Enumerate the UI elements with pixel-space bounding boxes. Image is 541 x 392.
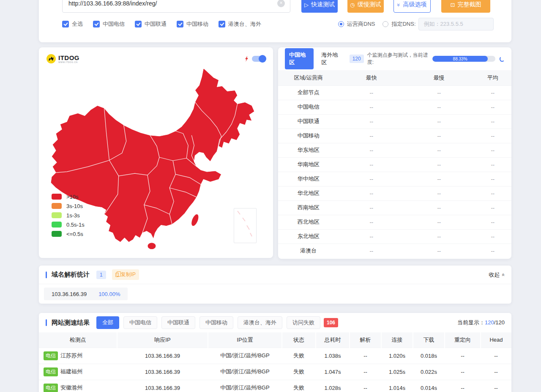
map-legend: >10s 3s-10s 1s-3s 0.5s-1s <=0.5s	[52, 194, 85, 240]
table-row: 东北地区------	[278, 229, 511, 244]
ip-location: 中国/浙江/温州/BGP	[208, 348, 282, 364]
region-fast: --	[339, 200, 404, 215]
chevron-double-down-icon: »	[396, 3, 402, 6]
taiwan-island	[190, 213, 200, 227]
table-row: 中国移动------	[278, 129, 511, 143]
col-head: Head	[481, 332, 511, 348]
region-name: 华北地区	[278, 186, 339, 200]
resolved-ip-chip[interactable]: 103.36.166.39 100.00%	[44, 288, 128, 300]
legend-label: <=0.5s	[66, 231, 83, 237]
region-fast: --	[339, 157, 404, 172]
region-stats-table: 区域/运营商 最快 最慢 平均 全部节点------ 中国电信------ 中国…	[278, 70, 511, 258]
tab-all[interactable]: 全部	[96, 316, 119, 329]
table-row: 西南地区------	[278, 200, 511, 215]
region-avg: --	[474, 200, 511, 215]
region-slow: --	[404, 229, 474, 244]
failed-count-badge: 106	[324, 318, 338, 327]
itdog-logo: ITDOG WWW.ITDOG.CN	[46, 54, 79, 63]
checkbox-china-mobile[interactable]: 中国移动	[177, 20, 208, 28]
legend-item: 3s-10s	[52, 203, 85, 209]
legend-label: 1s-3s	[66, 212, 80, 219]
legend-label: 0.5s-1s	[66, 222, 85, 228]
head-time: --	[481, 380, 511, 392]
copy-ip-button[interactable]: 复制IP	[112, 269, 139, 280]
legend-swatch-red	[52, 194, 62, 200]
quick-test-button[interactable]: ▷ 快速测试	[301, 0, 338, 13]
region-slow: --	[404, 172, 474, 186]
region-fast: --	[339, 186, 404, 200]
download-time: 0.018s	[413, 348, 445, 364]
url-input[interactable]: http://103.36.166.39:88/index/reg/ ×	[62, 0, 290, 13]
progress-bar-fill: 88.33%	[432, 56, 488, 62]
checkbox-hmt-overseas[interactable]: 港澳台、海外	[219, 20, 261, 28]
advanced-options-button[interactable]: » 高级选项	[393, 0, 431, 13]
region-name: 全部节点	[278, 85, 339, 100]
region-name: 中国联通	[278, 114, 339, 129]
checkbox-icon[interactable]	[135, 21, 142, 27]
region-stats-card: 中国地区 海外地区 120 个监测点参与测试，当前进度: 88.33% 区域/运…	[278, 47, 511, 259]
slow-test-button[interactable]: ◷ 缓慢测试	[347, 0, 384, 13]
col-region-isp: 区域/运营商	[278, 70, 339, 85]
collapse-button[interactable]: 收起 »	[489, 271, 505, 279]
tab-hmt-overseas[interactable]: 港澳台、海外	[238, 316, 282, 329]
carrier-dns-label[interactable]: 运营商DNS	[347, 20, 375, 28]
slow-test-label: 缓慢测试	[358, 1, 381, 8]
status: 失败	[282, 364, 316, 380]
checkbox-icon[interactable]	[219, 21, 225, 27]
tab-china-telecom[interactable]: 中国电信	[123, 316, 157, 329]
checkbox-icon[interactable]	[93, 21, 100, 27]
tab-overseas-region[interactable]: 海外地区	[321, 51, 342, 66]
legend-item: <=0.5s	[52, 231, 85, 237]
region-avg: --	[474, 85, 511, 100]
china-map-card: ITDOG WWW.ITDOG.CN	[39, 47, 273, 258]
table-row: 西北地区------	[278, 215, 511, 229]
region-slow: --	[404, 157, 474, 172]
checkbox-china-unicom[interactable]: 中国联通	[135, 20, 167, 28]
table-row: 电信安徽滁州 103.36.166.39 中国/浙江/温州/BGP 失败 1.0…	[39, 380, 511, 392]
col-download: 下载	[413, 332, 445, 348]
region-slow: --	[404, 114, 474, 129]
radio-custom-dns[interactable]	[383, 21, 388, 27]
full-screenshot-button[interactable]: ⊡ 完整截图	[441, 0, 490, 13]
custom-dns-label[interactable]: 指定DNS:	[391, 20, 415, 28]
redirect-time: --	[445, 348, 481, 364]
col-ip-location: IP位置	[208, 332, 282, 348]
redirect-time: --	[445, 380, 481, 392]
node-count-badge: 120	[350, 55, 364, 63]
checkbox-label: 中国电信	[103, 20, 125, 28]
region-avg: --	[474, 157, 511, 172]
probe-location: 江苏苏州	[60, 352, 82, 359]
col-status: 状态	[282, 332, 316, 348]
tab-china-region[interactable]: 中国地区	[285, 48, 314, 69]
region-fast: --	[339, 215, 404, 229]
tab-china-mobile[interactable]: 中国移动	[199, 316, 233, 329]
isp-tag: 电信	[44, 351, 58, 360]
tab-china-unicom[interactable]: 中国联通	[161, 316, 195, 329]
checkbox-china-telecom[interactable]: 中国电信	[93, 20, 125, 28]
checkbox-icon[interactable]	[62, 21, 69, 27]
table-row: 电信江苏苏州 103.36.166.39 中国/浙江/温州/BGP 失败 1.0…	[39, 348, 511, 364]
radio-carrier-dns[interactable]	[338, 21, 344, 27]
url-input-value[interactable]: http://103.36.166.39:88/index/reg/	[63, 0, 290, 12]
region-name: 港澳台	[278, 244, 339, 258]
legend-item: >10s	[52, 194, 85, 200]
hainan-island	[148, 243, 156, 249]
isp-tag: 电信	[44, 384, 58, 392]
region-avg: --	[474, 229, 511, 244]
checkbox-icon[interactable]	[177, 21, 183, 27]
connect-time: 1.014s	[381, 380, 413, 392]
region-stats-header: 中国地区 海外地区 120 个监测点参与测试，当前进度: 88.33%	[278, 47, 511, 70]
table-row: 华中地区------	[278, 172, 511, 186]
quick-test-label: 快速测试	[311, 1, 335, 8]
col-probe: 检测点	[39, 332, 117, 348]
total-time: 1.038s	[316, 348, 350, 364]
map-mode-toggle[interactable]	[252, 56, 265, 62]
play-icon: ▷	[304, 2, 309, 8]
dns-option-row: 运营商DNS 指定DNS: 例如：223.5.5.5	[338, 18, 494, 30]
custom-dns-input[interactable]: 例如：223.5.5.5	[418, 18, 494, 30]
total-time: 1.028s	[316, 380, 350, 392]
checkbox-select-all[interactable]: 全选	[62, 20, 83, 28]
region-avg: --	[474, 100, 511, 114]
progress-bar: 88.33%	[432, 56, 495, 62]
tab-failed[interactable]: 访问失败	[287, 316, 320, 329]
